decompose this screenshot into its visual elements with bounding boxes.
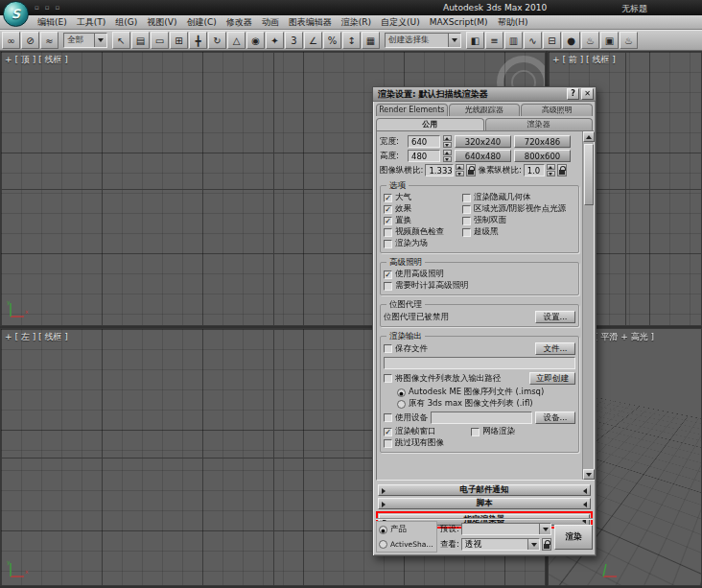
menu-item[interactable]: 渲染(R) xyxy=(337,15,376,30)
pixel-aspect-spinner[interactable] xyxy=(547,164,555,176)
layer-manager-icon[interactable]: ▥ xyxy=(504,32,523,49)
menu-item[interactable]: 创建(C) xyxy=(181,15,221,30)
checkbox[interactable] xyxy=(384,413,392,422)
mirror-icon[interactable]: ◧ xyxy=(466,32,484,49)
bitmap-proxies-setup-button[interactable]: 设置... xyxy=(535,311,575,323)
devices-button[interactable]: 设备... xyxy=(535,412,575,424)
width-field[interactable]: 640 xyxy=(408,135,440,148)
menu-item[interactable]: 自定义(U) xyxy=(376,15,425,30)
select-and-link-icon[interactable]: ∞ xyxy=(2,32,20,49)
help-button[interactable]: ? xyxy=(567,88,579,100)
window-crossing-icon[interactable]: ⊞ xyxy=(170,32,188,49)
rendered-frame-window-checkbox-row[interactable]: ✓ 渲染帧窗口 xyxy=(384,426,468,437)
tab-common[interactable]: 公用 xyxy=(376,118,484,130)
lock-icon[interactable] xyxy=(542,538,551,551)
menu-item[interactable]: 图表编辑器 xyxy=(284,15,337,30)
save-file-checkbox-row[interactable]: 保存文件 xyxy=(384,343,532,355)
schematic-view-icon[interactable]: ⊟ xyxy=(543,32,561,49)
snap-toggle-3d-icon[interactable]: 3 xyxy=(285,32,303,49)
preset-800x600-button[interactable]: 800x600 xyxy=(514,150,571,162)
align-icon[interactable]: ≡ xyxy=(485,32,503,49)
menu-item[interactable]: 动画 xyxy=(257,15,284,30)
option-checkbox-row[interactable]: 区域光源/阴影视作点光源 xyxy=(462,203,575,215)
radio-button[interactable] xyxy=(379,540,387,549)
checkbox[interactable]: ✓ xyxy=(384,194,392,202)
lock-icon[interactable] xyxy=(466,164,476,176)
render-setup-icon[interactable]: ♨ xyxy=(581,32,599,49)
pixel-aspect-field[interactable]: 1.0 xyxy=(524,164,545,176)
activeshade-radio-row[interactable]: ActiveShade xyxy=(379,538,434,550)
chevron-down-icon[interactable] xyxy=(527,539,539,550)
ifl-radio-row[interactable]: 原有 3ds max 图像文件列表 (.ifl) xyxy=(397,398,575,410)
close-button[interactable]: ✕ xyxy=(581,88,594,100)
preset-720x486-button[interactable]: 720x486 xyxy=(514,135,571,148)
image-aspect-spinner[interactable] xyxy=(456,164,464,176)
checkbox[interactable] xyxy=(462,217,471,225)
percent-snap-icon[interactable]: % xyxy=(323,32,341,49)
menu-item[interactable]: 编辑(E) xyxy=(33,15,72,30)
chevron-down-icon[interactable] xyxy=(448,34,460,47)
radio-button[interactable]: ● xyxy=(397,388,406,397)
option-checkbox-row[interactable]: ✓ 置换 xyxy=(384,215,462,226)
advanced-lighting-checkbox-row[interactable]: ✓ 使用高级照明 xyxy=(384,269,575,280)
dialog-scrollbar[interactable] xyxy=(582,131,594,480)
3ds-max-logo-icon[interactable]: S xyxy=(3,1,29,27)
dialog-title-bar[interactable]: 渲染设置: 默认扫描线渲染器 ? ✕ xyxy=(373,87,596,102)
production-radio-row[interactable]: ● 产品 xyxy=(379,524,434,535)
chevron-down-icon[interactable] xyxy=(94,34,106,47)
rollout-scripts[interactable]: 脚本 xyxy=(378,498,591,509)
selection-filter-dropdown[interactable]: 全部 xyxy=(63,33,107,48)
use-device-checkbox-row[interactable]: 使用设备 xyxy=(384,412,428,424)
checkbox[interactable] xyxy=(384,374,392,383)
checkbox[interactable] xyxy=(462,228,471,237)
rollout-email-notifications[interactable]: 电子邮件通知 xyxy=(378,484,591,496)
option-checkbox-row[interactable]: 超级黑 xyxy=(462,226,575,238)
window-title-bar[interactable]: ▫▫▫ Autodesk 3ds Max 2010 无标题 xyxy=(0,0,702,15)
net-render-checkbox-row[interactable]: 网络渲染 xyxy=(471,426,515,437)
viewport-label-front[interactable]: + [ 前 ] [ 线框 ] xyxy=(552,54,616,66)
render-button[interactable]: 渲染 xyxy=(554,525,593,550)
select-and-scale-icon[interactable]: △ xyxy=(227,32,246,49)
device-field[interactable] xyxy=(431,412,532,424)
select-by-name-icon[interactable]: ▤ xyxy=(131,32,150,49)
image-aspect-field[interactable]: 1.333 xyxy=(425,164,454,176)
checkbox[interactable] xyxy=(462,194,471,202)
checkbox[interactable] xyxy=(462,205,471,214)
lock-icon[interactable] xyxy=(557,164,567,176)
preset-dropdown[interactable] xyxy=(461,523,551,535)
checkbox[interactable] xyxy=(384,344,392,353)
checkbox[interactable] xyxy=(384,240,392,248)
menu-item[interactable]: 组(G) xyxy=(110,15,142,30)
advanced-lighting-checkbox-row[interactable]: 需要时计算高级照明 xyxy=(384,280,575,292)
height-field[interactable]: 480 xyxy=(408,150,440,162)
select-and-rotate-icon[interactable]: ↻ xyxy=(208,32,226,49)
checkbox[interactable] xyxy=(384,439,392,448)
menu-item[interactable]: 工具(T) xyxy=(72,15,111,30)
height-spinner[interactable] xyxy=(443,150,452,162)
quick-render-icon[interactable]: ♨ xyxy=(620,32,638,49)
viewport-dropdown[interactable]: 透视 xyxy=(461,538,540,551)
viewport-label-top[interactable]: + [ 顶 ] [ 线框 ] xyxy=(5,54,68,66)
scrollbar-thumb[interactable] xyxy=(584,144,594,205)
spinner-snap-icon[interactable]: ↕ xyxy=(342,32,361,49)
create-now-button[interactable]: 立即创建 xyxy=(529,372,575,385)
scroll-down-icon[interactable] xyxy=(583,469,595,480)
named-selection-set-dropdown[interactable]: 创建选择集 xyxy=(385,33,461,48)
option-checkbox-row[interactable]: 视频颜色检查 xyxy=(384,226,462,238)
preset-320x240-button[interactable]: 320x240 xyxy=(455,135,511,148)
option-checkbox-row[interactable]: 渲染为场 xyxy=(384,238,462,249)
checkbox[interactable]: ✓ xyxy=(384,428,392,436)
tab-advanced-lighting[interactable]: 高级照明 xyxy=(521,104,593,116)
menu-item[interactable]: 视图(V) xyxy=(142,15,181,30)
radio-button[interactable]: ● xyxy=(379,526,387,534)
tab-render-elements[interactable]: Render Elements xyxy=(376,104,448,116)
select-and-manipulate-icon[interactable]: ✦ xyxy=(266,32,284,49)
select-object-icon[interactable]: ↖ xyxy=(112,32,130,49)
checkbox[interactable]: ✓ xyxy=(384,205,392,214)
bind-to-space-warp-icon[interactable]: ≈ xyxy=(40,32,58,49)
rendered-frame-window-icon[interactable]: ▣ xyxy=(600,32,619,49)
material-editor-icon[interactable]: ● xyxy=(562,32,580,49)
scroll-up-icon[interactable] xyxy=(583,131,595,142)
files-button[interactable]: 文件... xyxy=(535,342,575,355)
rectangular-selection-region-icon[interactable]: ▭ xyxy=(151,32,169,49)
